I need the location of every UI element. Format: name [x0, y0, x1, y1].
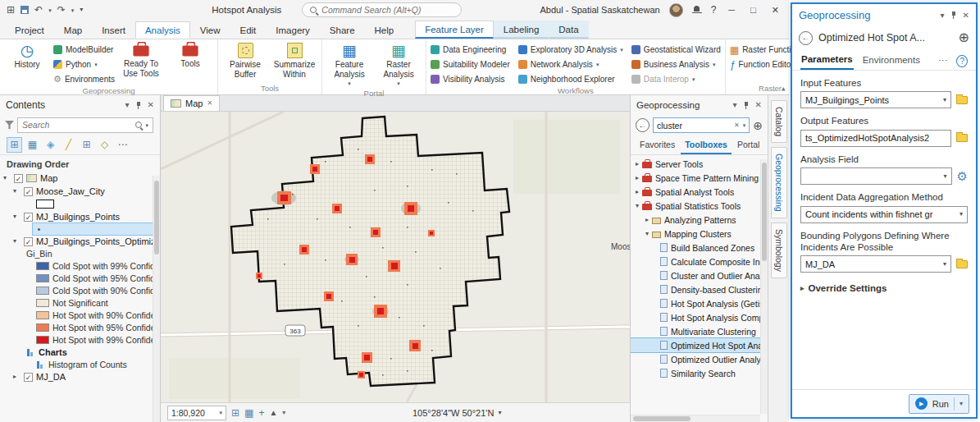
exploratory-3d-analysis-button[interactable]: Exploratory 3D Analysis — [518, 43, 623, 57]
close-pane-icon[interactable] — [755, 101, 762, 109]
save-icon[interactable] — [21, 6, 29, 14]
command-search[interactable] — [302, 2, 462, 17]
north-arrow-icon[interactable]: ▲ — [269, 408, 277, 417]
layer-optimized-hotspot[interactable]: MJ_Builgings_Points_OptimizedH... — [0, 235, 160, 248]
legend-item[interactable]: Hot Spot with 95% Confidence — [0, 321, 160, 333]
tab-map-view[interactable]: Map — [163, 95, 220, 111]
output-features-input[interactable]: ts_OptimizedHotSpotAnalysis2 — [800, 130, 951, 147]
data-interop-button[interactable]: Data Interop — [631, 72, 721, 86]
neighborhood-explorer-button[interactable]: Neighborhood Explorer — [518, 72, 623, 86]
tab-view[interactable]: View — [190, 21, 230, 39]
layer-checkbox[interactable] — [14, 174, 23, 183]
crosshair-icon[interactable]: + — [258, 407, 264, 419]
list-by-drawing-order-icon[interactable] — [7, 137, 22, 153]
modelbuilder-button[interactable]: ModelBuilder — [53, 43, 115, 57]
redo-icon[interactable] — [57, 5, 66, 15]
tab-favorites[interactable]: Favorites — [636, 137, 679, 154]
toolbox-item[interactable]: Server Tools — [631, 157, 768, 171]
scale-combo[interactable] — [167, 406, 226, 420]
run-button[interactable]: ▶ Run — [909, 394, 969, 414]
close-button[interactable]: ✕ — [768, 5, 782, 16]
tool-item[interactable]: Hot Spot Analysis Compar — [631, 310, 768, 324]
layer-mj-da[interactable]: MJ_DA — [0, 370, 160, 383]
aggregation-method-combo[interactable]: Count incidents within fishnet gr — [800, 206, 968, 223]
tab-feature-layer[interactable]: Feature Layer — [415, 21, 494, 39]
feature-analysis-button[interactable]: Feature Analysis — [326, 41, 372, 89]
point-symbol[interactable] — [38, 228, 40, 231]
tool-help-icon[interactable]: ? — [956, 55, 968, 67]
gp-scrollbar-horizontal[interactable] — [631, 415, 760, 422]
tab-data[interactable]: Data — [549, 21, 588, 39]
clear-search-icon[interactable] — [734, 122, 740, 129]
close-pane-icon[interactable] — [148, 101, 154, 109]
legend-item[interactable]: Cold Spot with 90% Confidence — [0, 284, 160, 296]
expander-icon[interactable] — [13, 238, 21, 245]
toolbox-item[interactable]: Spatial Analyst Tools — [631, 185, 768, 199]
contents-search-input[interactable] — [22, 120, 131, 130]
tab-analysis[interactable]: Analysis — [135, 21, 190, 39]
list-by-labeling-icon[interactable]: ◇ — [97, 137, 112, 153]
gp-search-box[interactable] — [653, 117, 750, 133]
toolset-analyzing-patterns[interactable]: Analyzing Patterns — [631, 213, 768, 227]
symbol-moose-jaw-city[interactable] — [0, 198, 160, 210]
analysis-field-combo[interactable] — [800, 167, 952, 185]
data-engineering-button[interactable]: Data Engineering — [431, 43, 510, 57]
legend-swatch[interactable] — [36, 299, 49, 307]
tab-help[interactable]: Help — [365, 21, 404, 39]
pane-menu-icon[interactable] — [941, 11, 945, 20]
toolbox-item[interactable]: Spatial Statistics Tools — [631, 199, 768, 213]
field-settings-gear-icon[interactable] — [957, 170, 968, 182]
tool-item[interactable]: Cluster and Outlier Analys — [631, 268, 768, 282]
layer-buildings-points[interactable]: MJ_Builgings_Points — [0, 210, 160, 223]
dock-tab-catalog[interactable]: Catalog — [771, 100, 787, 143]
help-icon[interactable]: ? — [711, 4, 717, 16]
expander-icon[interactable] — [3, 175, 11, 181]
undo-menu-icon[interactable] — [48, 7, 52, 13]
environments-button[interactable]: Environments — [53, 72, 115, 86]
avatar[interactable] — [669, 3, 683, 17]
pin-icon[interactable] — [134, 101, 143, 110]
raster-analysis-button[interactable]: Raster Analysis — [376, 41, 422, 89]
legend-item[interactable]: Cold Spot with 99% Confidence — [0, 259, 160, 272]
polygon-symbol[interactable] — [36, 200, 54, 209]
tab-labeling[interactable]: Labeling — [494, 21, 549, 39]
notifications-icon[interactable] — [692, 5, 702, 15]
input-features-combo[interactable]: MJ_Builgings_Points — [800, 91, 951, 108]
contents-scrollbar[interactable] — [153, 176, 160, 422]
tools-button[interactable]: Tools — [167, 41, 213, 71]
tab-imagery[interactable]: Imagery — [266, 21, 320, 39]
business-analysis-button[interactable]: Business Analysis — [631, 57, 721, 71]
history-button[interactable]: History — [4, 41, 50, 71]
legend-swatch[interactable] — [36, 262, 49, 270]
geostatistical-wizard-button[interactable]: Geostatistical Wizard — [631, 43, 721, 57]
layer-checkbox[interactable] — [24, 213, 33, 222]
legend-swatch[interactable] — [36, 274, 49, 282]
tab-share[interactable]: Share — [320, 21, 365, 39]
list-by-selection-icon[interactable]: ◈ — [43, 137, 58, 153]
tab-toolboxes[interactable]: Toolboxes — [681, 137, 732, 154]
status-more-icon[interactable] — [282, 410, 285, 416]
suitability-modeler-button[interactable]: Suitability Modeler — [431, 57, 510, 71]
pane-menu-icon[interactable] — [125, 101, 130, 109]
tab-portal[interactable]: Portal — [733, 137, 763, 154]
legend-swatch[interactable] — [36, 323, 49, 332]
close-tab-icon[interactable] — [207, 100, 212, 107]
undo-icon[interactable] — [34, 5, 43, 15]
tab-insert[interactable]: Insert — [92, 21, 135, 39]
contents-search[interactable] — [17, 117, 153, 133]
legend-item[interactable]: Hot Spot with 99% Confidence — [0, 333, 160, 346]
collapse-ribbon-icon[interactable] — [782, 85, 786, 93]
redo-menu-icon[interactable] — [71, 7, 75, 13]
minimize-button[interactable]: ─ — [725, 5, 738, 15]
expander-icon[interactable] — [13, 188, 21, 195]
command-search-input[interactable] — [321, 5, 454, 15]
toolset-mapping-clusters[interactable]: Mapping Clusters — [631, 227, 768, 241]
pane-menu-icon[interactable] — [733, 101, 737, 109]
python-button[interactable]: Python — [53, 57, 115, 71]
pin-icon[interactable] — [950, 11, 958, 20]
legend-swatch[interactable] — [36, 336, 49, 344]
chart-histogram[interactable]: Histogram of Counts — [0, 358, 160, 370]
legend-swatch[interactable] — [36, 311, 49, 319]
run-options-chevron-icon[interactable] — [959, 401, 963, 407]
add-toolbox-icon[interactable] — [753, 120, 763, 131]
